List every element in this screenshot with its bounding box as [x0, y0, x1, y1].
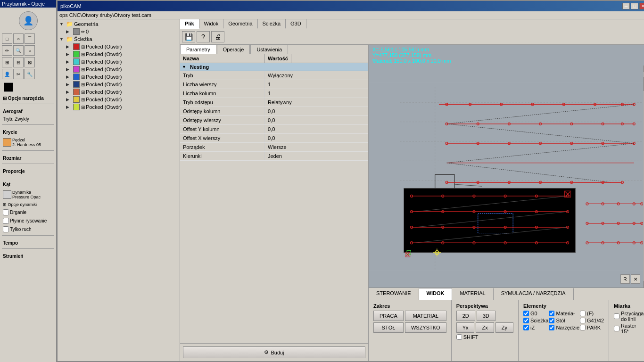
tab-sciezka[interactable]: Ścieżka: [258, 19, 286, 29]
square-icon-p6: ⊞: [81, 82, 85, 87]
tree-arrow-p4: ▶: [66, 67, 72, 72]
3d-btn[interactable]: 3D: [477, 311, 495, 321]
tool-btn-1[interactable]: □: [2, 33, 12, 44]
sciezka-check[interactable]: [523, 318, 529, 323]
subtab-parametry[interactable]: Parametry: [180, 45, 216, 54]
tool-btn-3[interactable]: ⌒: [25, 33, 35, 44]
tree-item-sciezka[interactable]: ▼ 📁 Ścieżka: [58, 35, 179, 43]
tool-btn-5[interactable]: 🔍: [13, 45, 24, 56]
x-button[interactable]: ✕: [631, 274, 640, 284]
iz-check[interactable]: [523, 325, 529, 330]
tree-item-pocked-1[interactable]: ▶ ⊞ Pocked (Otwór): [58, 43, 179, 50]
section-name-nesting: Nesting: [188, 63, 211, 71]
tool-btn-4[interactable]: ✏: [2, 45, 12, 56]
prop-value-okolumn[interactable]: 0,0: [265, 107, 368, 115]
subtab-operacje[interactable]: Operacje: [217, 45, 250, 54]
canvas-viewport[interactable]: R ✕ ▲ ▼: [369, 66, 644, 288]
tree-arrow-p2: ▶: [66, 52, 72, 57]
2d-btn[interactable]: 2D: [456, 311, 475, 321]
r-button[interactable]: R: [620, 274, 630, 284]
tab-plik[interactable]: Plik: [180, 19, 199, 29]
g0-check[interactable]: [523, 311, 529, 316]
color-box-p3: [73, 58, 80, 65]
przyciagaj-check[interactable]: [614, 313, 619, 319]
prop-name-offsety: Offset Y kolumn: [180, 125, 265, 133]
tree-label-sciezka: Ścieżka: [74, 36, 92, 42]
tree-item-pocked-6[interactable]: ▶ ⊞ Pocked (Otwór): [58, 81, 179, 88]
prop-value-porzadek[interactable]: Wiersze: [265, 143, 368, 151]
tree-item-pocked-4[interactable]: ▶ ⊞ Pocked (Otwór): [58, 66, 179, 73]
print-button[interactable]: 🖨: [211, 31, 224, 42]
prop-value-offsetx[interactable]: 0,0: [265, 134, 368, 142]
g0-label: G0: [530, 311, 537, 316]
shift-check[interactable]: [456, 334, 462, 340]
tree-item-pocked-8[interactable]: ▶ ⊞ Pocked (Otwór): [58, 96, 179, 103]
stol-check[interactable]: [549, 318, 554, 323]
maximize-btn[interactable]: □: [631, 3, 638, 9]
tool-btn-6[interactable]: ○: [25, 45, 35, 56]
plynne-check[interactable]: [3, 218, 9, 224]
tree-item-geometria[interactable]: ▼ 📁 Geometria: [58, 20, 179, 28]
tool-btn-7[interactable]: ⊞: [2, 57, 12, 67]
tree-item-pocked-7[interactable]: ▶ ⊞ Pocked (Otwór): [58, 88, 179, 96]
brush-name: Pędzel2. Hardness 05: [12, 138, 41, 147]
prop-value-tryb[interactable]: Wyłączony: [265, 71, 368, 80]
raster-check[interactable]: [614, 326, 619, 331]
close-btn[interactable]: ✕: [639, 3, 644, 9]
tab-symulacja[interactable]: SYMULACJA / NARZĘDZIA: [494, 288, 574, 300]
drganie-check[interactable]: [3, 209, 9, 215]
prop-row-odstepy-wierszy: Odstępy wierszy 0,0: [180, 116, 368, 125]
save-button[interactable]: 💾: [182, 31, 195, 42]
tylko-ruch-check[interactable]: [3, 226, 9, 232]
park-check[interactable]: [580, 325, 586, 330]
build-button[interactable]: ⚙ Buduj: [183, 346, 365, 358]
tree-arrow-0: ▶: [66, 29, 72, 34]
minimize-btn[interactable]: ─: [622, 3, 630, 9]
prop-name-tryb: Tryb: [180, 71, 265, 80]
zy-btn[interactable]: Zy: [495, 322, 513, 333]
tab-widok[interactable]: Widok: [199, 19, 224, 29]
prop-value-owierszy[interactable]: 0,0: [265, 116, 368, 124]
prop-value-lwierszy[interactable]: 1: [265, 80, 368, 89]
tab-sterowanie[interactable]: STEROWANIE: [369, 288, 419, 300]
material-check[interactable]: [549, 311, 554, 316]
tree-item-pocked-2[interactable]: ▶ ⊞ Pocked (Otwór): [58, 50, 179, 58]
prop-value-lkolumn[interactable]: 1: [265, 89, 368, 98]
tab-widok[interactable]: WIDOK: [419, 288, 453, 300]
yx-btn[interactable]: Yx: [456, 322, 475, 333]
praca-btn[interactable]: PRACA: [373, 311, 404, 321]
tool-btn-8[interactable]: ⊟: [13, 57, 24, 67]
tool-btn-10[interactable]: 👤: [2, 69, 12, 79]
tree-item-0[interactable]: ▶ ✏ 0: [58, 28, 179, 35]
prop-value-kierunki[interactable]: Jeden: [265, 152, 368, 160]
tab-g3d[interactable]: G3D: [286, 19, 306, 29]
material-btn[interactable]: MATERIAŁ: [405, 311, 446, 321]
tool-btn-2[interactable]: ○: [13, 33, 24, 44]
zx-btn[interactable]: Zx: [476, 322, 494, 333]
g4142-check[interactable]: [580, 318, 586, 323]
f-check[interactable]: [580, 311, 586, 316]
stol-btn[interactable]: STÓŁ: [373, 322, 404, 333]
help-button[interactable]: ?: [197, 31, 210, 42]
tree-item-pocked-3[interactable]: ▶ ⊞ Pocked (Otwór): [58, 58, 179, 66]
prop-value-todstep[interactable]: Relatywny: [265, 98, 368, 107]
prop-value-offsety[interactable]: 0,0: [265, 125, 368, 133]
tool-btn-12[interactable]: 🔧: [25, 69, 35, 79]
wszystko-btn[interactable]: WSZYSTKO: [405, 322, 446, 333]
narzedzie-check[interactable]: [549, 325, 554, 330]
tree-item-pocked-9[interactable]: ▶ ⊞ Pocked (Otwór): [58, 103, 179, 111]
square-icon-p1: ⊞: [81, 44, 85, 49]
tab-material[interactable]: MATERIAŁ: [452, 288, 493, 300]
canvas-x: X=-5,561 (-105,561) mm: [372, 47, 644, 52]
opcje-dynamiki[interactable]: ⊞ Opcje dynamiki: [2, 202, 54, 207]
tool-btn-9[interactable]: ⊠: [25, 57, 35, 67]
prop-name-lwierszy: Liczba wierszy: [180, 80, 265, 89]
tool-btn-11[interactable]: ✂: [13, 69, 24, 79]
subtab-ustawienia[interactable]: Ustawienia: [250, 45, 288, 54]
props-section-nesting[interactable]: ▼ Nesting: [180, 63, 368, 71]
tree-item-pocked-5[interactable]: ▶ ⊞ Pocked (Otwór): [58, 73, 179, 81]
tab-geometria[interactable]: Geometria: [223, 19, 257, 29]
folder-icon-sciezka: 📁: [66, 36, 73, 42]
zakres-section: Zakres PRACA MATERIAŁ STÓŁ WSZYSTKO: [369, 300, 452, 361]
avatar: 👤: [19, 11, 38, 30]
